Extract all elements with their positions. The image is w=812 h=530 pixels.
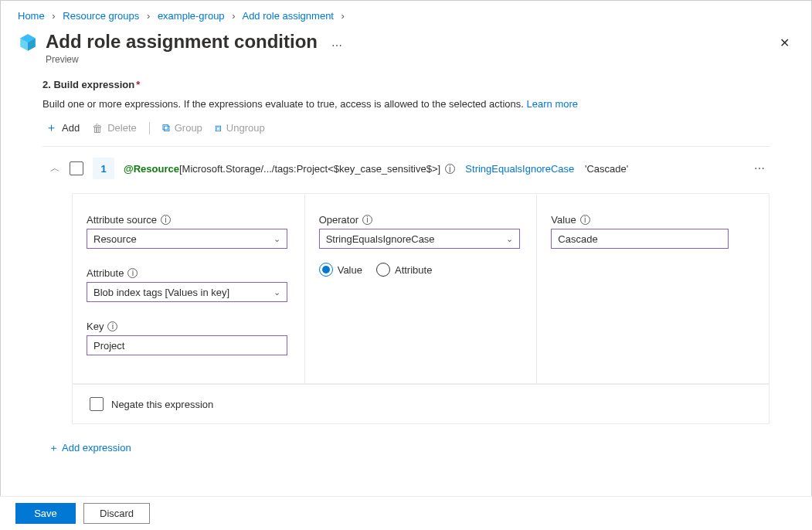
negate-label: Negate this expression [111, 399, 213, 410]
info-icon[interactable]: i [580, 215, 590, 225]
breadcrumb-item-resource-groups[interactable]: Resource groups [63, 10, 139, 22]
radio-value[interactable]: Value [319, 263, 362, 277]
negate-expression-row: Negate this expression [72, 384, 770, 424]
discard-button[interactable]: Discard [83, 503, 150, 524]
radio-attribute-label: Attribute [395, 264, 432, 276]
page-title: Add role assignment condition [46, 31, 318, 53]
chevron-right-icon: › [232, 10, 235, 22]
expression-more-icon[interactable]: ⋯ [754, 162, 770, 175]
footer: Save Discard [0, 496, 812, 530]
add-label: Add [62, 122, 80, 134]
info-icon[interactable]: i [107, 321, 117, 331]
save-button[interactable]: Save [15, 503, 76, 524]
chevron-right-icon: › [341, 10, 345, 22]
trash-icon: 🗑 [92, 122, 103, 134]
info-icon[interactable]: i [127, 268, 138, 278]
negate-checkbox[interactable] [90, 397, 104, 411]
radio-attribute[interactable]: Attribute [376, 263, 432, 277]
expression-resource-prefix: @Resource [124, 163, 179, 175]
expression-editor: Attribute source i Resource ⌄ Attribute … [72, 193, 770, 384]
chevron-right-icon: › [147, 10, 150, 22]
learn-more-link[interactable]: Learn more [527, 98, 578, 110]
breadcrumb-item-home[interactable]: Home [18, 10, 45, 22]
toolbar-separator [149, 122, 150, 134]
section-description: Build one or more expressions. If the ex… [1, 93, 811, 117]
attribute-label: Attribute i [87, 267, 290, 279]
value-label: Value i [551, 214, 755, 226]
ungroup-button[interactable]: ⧈ Ungroup [215, 121, 265, 134]
section-title-text: 2. Build expression [42, 79, 134, 90]
radio-value-label: Value [338, 264, 362, 276]
expression-operator: StringEqualsIgnoreCase [465, 163, 574, 175]
add-expression-label: Add expression [62, 442, 131, 454]
compare-type-radio-group: Value Attribute [319, 263, 523, 277]
value-input[interactable]: Cascade [551, 229, 729, 249]
page-subtitle: Preview [46, 54, 775, 65]
value-label-text: Value [551, 214, 576, 226]
required-indicator: * [136, 79, 140, 90]
expression-checkbox[interactable] [70, 161, 83, 175]
ungroup-label: Ungroup [226, 122, 265, 134]
attribute-column: Attribute source i Resource ⌄ Attribute … [73, 194, 305, 383]
operator-column: Operator i StringEqualsIgnoreCase ⌄ Valu… [305, 194, 538, 383]
plus-icon: ＋ [49, 442, 59, 454]
delete-button[interactable]: 🗑 Delete [92, 122, 137, 134]
section-description-text: Build one or more expressions. If the ex… [42, 98, 524, 110]
key-label-text: Key [87, 321, 104, 332]
info-icon[interactable]: i [362, 215, 372, 225]
operator-value: StringEqualsIgnoreCase [326, 233, 435, 245]
value-column: Value i Cascade [537, 194, 769, 383]
operator-select[interactable]: StringEqualsIgnoreCase ⌄ [319, 229, 520, 249]
close-icon[interactable]: ✕ [775, 32, 794, 53]
page-header: Add role assignment condition ⋯ Preview … [1, 28, 811, 65]
section-title: 2. Build expression* [1, 65, 811, 93]
expression-row: ︿ 1 @Resource[Microsoft.Storage/.../tags… [1, 147, 811, 187]
attribute-label-text: Attribute [87, 267, 124, 279]
attribute-value: Blob index tags [Values in key] [93, 287, 229, 298]
chevron-right-icon: › [52, 10, 55, 22]
collapse-icon[interactable]: ︿ [50, 161, 60, 175]
group-icon: ⧉ [162, 121, 170, 134]
group-label: Group [175, 122, 202, 134]
expression-value: 'Cascade' [585, 163, 628, 175]
chevron-down-icon: ⌄ [273, 234, 280, 244]
expression-index: 1 [93, 158, 114, 179]
ungroup-icon: ⧈ [215, 121, 222, 134]
operator-label-text: Operator [319, 214, 358, 226]
attribute-source-select[interactable]: Resource ⌄ [87, 229, 287, 249]
key-label: Key i [87, 321, 290, 332]
more-icon[interactable]: ⋯ [331, 39, 342, 52]
expression-summary: @Resource[Microsoft.Storage/.../tags:Pro… [124, 163, 628, 175]
cube-icon [18, 32, 38, 53]
attribute-source-value: Resource [93, 233, 137, 245]
attribute-select[interactable]: Blob index tags [Values in key] ⌄ [87, 282, 287, 302]
group-button[interactable]: ⧉ Group [162, 121, 202, 134]
info-icon[interactable]: i [445, 164, 455, 174]
delete-label: Delete [107, 122, 137, 134]
plus-icon: ＋ [46, 121, 57, 135]
breadcrumb-item-example-group[interactable]: example-group [158, 10, 225, 22]
expression-toolbar: ＋ Add 🗑 Delete ⧉ Group ⧈ Ungroup [1, 117, 811, 141]
key-value: Project [93, 340, 124, 352]
breadcrumb-item-add-role-assignment[interactable]: Add role assignment [242, 10, 334, 22]
value-value: Cascade [558, 233, 597, 245]
expression-resource-path: [Microsoft.Storage/.../tags:Project<$key… [179, 163, 440, 175]
operator-label: Operator i [319, 214, 523, 226]
attribute-source-label-text: Attribute source [87, 214, 157, 226]
add-expression-button[interactable]: ＋Add expression [1, 424, 811, 472]
breadcrumb: Home › Resource groups › example-group ›… [1, 1, 811, 28]
add-button[interactable]: ＋ Add [46, 121, 80, 135]
chevron-down-icon: ⌄ [273, 287, 280, 297]
chevron-down-icon: ⌄ [506, 234, 513, 244]
key-input[interactable]: Project [87, 335, 287, 355]
attribute-source-label: Attribute source i [87, 214, 290, 226]
info-icon[interactable]: i [161, 215, 171, 225]
